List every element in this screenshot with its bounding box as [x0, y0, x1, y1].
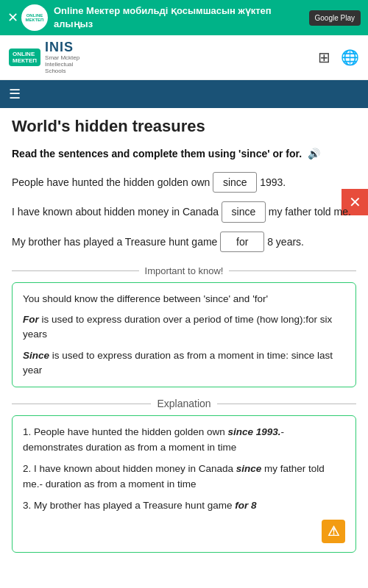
sentence-2: I have known about hidden money in Canad…: [12, 201, 356, 222]
explanation-header-text: Explanation: [157, 398, 210, 409]
sentence-3-before: My brother has played a Treasure hunt ga…: [12, 236, 220, 248]
nav-right: ⊞ 🌐: [318, 49, 359, 66]
grid-icon[interactable]: ⊞: [318, 49, 330, 66]
nav-logo-subtitle: Smar McktepIntellectualSchools: [45, 55, 79, 74]
explanation-item3-bold: for 8: [235, 500, 256, 511]
nav-logo-inis: INIS: [45, 40, 79, 55]
important-line3: Since is used to express duration as fro…: [23, 348, 345, 379]
explanation-line-left: [12, 404, 151, 404]
answer-box-1[interactable]: since: [213, 172, 257, 193]
sound-icon[interactable]: 🔊: [308, 148, 320, 159]
explanation-item1: 1. People have hunted the hidden golden …: [23, 425, 345, 456]
sentence-1-before: People have hunted the hidden golden own: [12, 176, 213, 188]
warning-row: ⚠: [23, 520, 345, 543]
since-label: Since: [23, 350, 49, 361]
sentence-3-after: 8 years.: [267, 236, 304, 248]
close-banner-button[interactable]: ✕: [7, 10, 18, 26]
globe-icon[interactable]: 🌐: [341, 49, 359, 66]
sentence-1: People have hunted the hidden golden own…: [12, 172, 356, 193]
banner-logo: ONLINE МЕКТЕП: [21, 4, 48, 31]
important-line1: You should know the difference between '…: [23, 292, 345, 306]
header-line-right: [229, 270, 356, 271]
header-line-left: [12, 270, 139, 271]
nav-left: ONLINEМЕКТЕП INIS Smar McktepIntellectua…: [9, 40, 79, 74]
explanation-item3: 3. My brother has played a Treasure hunt…: [23, 498, 345, 514]
for-label: For: [23, 314, 39, 325]
important-header: Important to know!: [12, 265, 356, 276]
hamburger-icon[interactable]: ☰: [9, 86, 21, 102]
important-line2: For is used to express duration over a p…: [23, 312, 345, 343]
menu-bar: ☰: [0, 80, 368, 108]
sentence-1-after: 1993.: [260, 176, 286, 188]
menu-row: ☰ ✕: [0, 80, 368, 108]
google-play-button[interactable]: Google Play: [309, 10, 361, 26]
answer-box-3[interactable]: for: [220, 232, 264, 252]
page-title: World's hidden treasures: [12, 117, 356, 136]
sentence-2-before: I have known about hidden money in Canad…: [12, 206, 222, 218]
important-box: You should know the difference between '…: [12, 282, 356, 387]
nav-logo-inis-container: INIS Smar McktepIntellectualSchools: [45, 40, 79, 74]
explanation-box: 1. People have hunted the hidden golden …: [12, 415, 356, 553]
nav-bar: ONLINEМЕКТЕП INIS Smar McktepIntellectua…: [0, 35, 368, 79]
top-banner: ✕ ONLINE МЕКТЕП Online Мектер мобильді қ…: [0, 0, 368, 35]
instruction: Read the sentences and complete them usi…: [12, 146, 356, 162]
sentence-3: My brother has played a Treasure hunt ga…: [12, 232, 356, 252]
answer-box-2[interactable]: since: [222, 201, 266, 222]
sentence-2-after: my father told me.: [269, 206, 351, 218]
important-header-text: Important to know!: [145, 265, 224, 276]
banner-text: Online Мектер мобильді қосымшасын жүктеп…: [54, 4, 309, 31]
warning-icon[interactable]: ⚠: [322, 520, 345, 543]
banner-left: ONLINE МЕКТЕП Online Мектер мобильді қос…: [21, 4, 309, 31]
explanation-header: Explanation: [12, 398, 356, 409]
explanation-item1-bold: since 1993.: [227, 426, 280, 437]
main-content: World's hidden treasures Read the senten…: [0, 108, 368, 562]
explanation-line-right: [217, 404, 356, 404]
explanation-item2: 2. I have known about hidden money in Ca…: [23, 462, 345, 492]
nav-logo-online: ONLINEМЕКТЕП: [9, 49, 40, 66]
explanation-item2-bold: since: [236, 463, 262, 474]
